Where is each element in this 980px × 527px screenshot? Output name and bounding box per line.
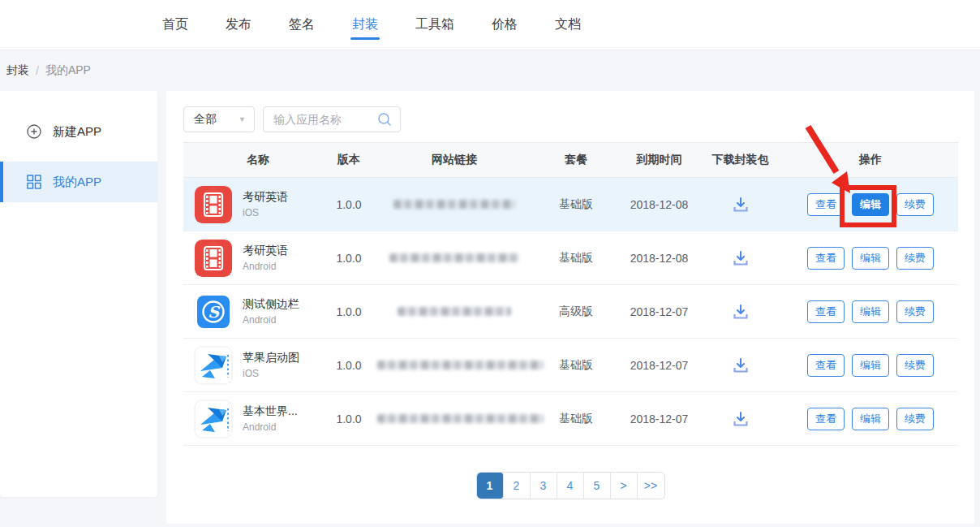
app-expiry: 2018-12-07 [621, 305, 698, 318]
col-header-download: 下载封装包 [698, 153, 783, 167]
pagination: 1 2 3 4 5 > >> [166, 472, 974, 499]
app-name: 考研英语 [243, 190, 288, 205]
download-icon[interactable] [731, 248, 750, 268]
film-icon [195, 186, 232, 223]
sidebar-item-new-app[interactable]: 新建APP [0, 111, 157, 152]
edit-button[interactable]: 编辑 [852, 408, 889, 430]
renew-button[interactable]: 续费 [896, 354, 934, 377]
app-version: 1.0.0 [320, 413, 377, 425]
app-platform: iOS [243, 368, 299, 379]
nav-item-signature[interactable]: 签名 [289, 0, 315, 50]
app-platform: iOS [243, 207, 288, 218]
edit-button[interactable]: 编辑 [852, 354, 889, 377]
page-button-1[interactable]: 1 [477, 473, 504, 499]
svg-text:S: S [208, 302, 221, 320]
page-button-4[interactable]: 4 [557, 473, 584, 499]
chevron-down-icon: ▼ [239, 115, 246, 123]
app-expiry: 2018-12-08 [621, 252, 698, 265]
view-button[interactable]: 查看 [807, 247, 845, 270]
next-page-button[interactable]: > [611, 473, 638, 499]
edit-button-highlighted[interactable]: 编辑 [852, 193, 889, 216]
page-button-2[interactable]: 2 [504, 473, 531, 499]
download-icon[interactable] [731, 302, 750, 322]
grid-icon [27, 175, 41, 189]
app-name: 考研英语 [243, 244, 288, 258]
nav-item-docs[interactable]: 文档 [555, 0, 581, 50]
app-expiry: 2018-12-08 [621, 198, 698, 211]
app-platform: Android [243, 421, 298, 433]
view-button[interactable]: 查看 [807, 193, 845, 216]
app-platform: Android [243, 314, 299, 326]
renew-button[interactable]: 续费 [896, 408, 934, 430]
table-row: 基本世界... Android 1.0.0 基础版 2018-12-07 [183, 392, 958, 446]
download-icon[interactable] [731, 409, 750, 429]
table-row: 考研英语 Android 1.0.0 基础版 2018-12-08 查看 [183, 231, 958, 285]
app-plan: 基础版 [531, 412, 621, 426]
col-header-plan: 套餐 [531, 153, 621, 167]
blurred-url [393, 200, 515, 209]
app-platform: Android [243, 261, 288, 272]
table-row: 考研英语 iOS 1.0.0 基础版 2018-12-08 查看 [183, 178, 958, 231]
app-version: 1.0.0 [320, 305, 377, 318]
page-button-3[interactable]: 3 [531, 473, 557, 499]
renew-button[interactable]: 续费 [896, 300, 934, 323]
col-header-url: 网站链接 [377, 153, 531, 167]
renew-button[interactable]: 续费 [896, 247, 934, 270]
nav-item-toolbox[interactable]: 工具箱 [415, 0, 454, 50]
edit-button[interactable]: 编辑 [852, 300, 889, 323]
view-button[interactable]: 查看 [807, 408, 845, 430]
app-name: 基本世界... [243, 404, 298, 419]
download-icon[interactable] [731, 195, 750, 214]
app-version: 1.0.0 [320, 252, 377, 265]
main-panel: 全部 ▼ 名称 版本 网站链接 套餐 到期时间 下载封装包 操作 [166, 91, 974, 524]
filter-bar: 全部 ▼ [166, 91, 974, 132]
category-dropdown[interactable]: 全部 ▼ [183, 106, 255, 132]
blurred-url [377, 414, 544, 423]
sidebar-item-my-app[interactable]: 我的APP [0, 162, 157, 202]
col-header-version: 版本 [320, 153, 377, 167]
blurred-url [389, 253, 519, 262]
s-logo-icon: S [195, 293, 232, 330]
page-button-5[interactable]: 5 [584, 473, 611, 499]
view-button[interactable]: 查看 [807, 300, 845, 323]
nav-item-package-active[interactable]: 封装 [352, 0, 378, 50]
search-icon[interactable] [377, 112, 392, 127]
app-name: 测试侧边栏 [243, 297, 299, 312]
sidebar: 新建APP 我的APP [0, 91, 157, 497]
app-version: 1.0.0 [320, 359, 377, 372]
last-page-button[interactable]: >> [638, 473, 664, 499]
table-row: S 测试侧边栏 Android 1.0.0 高级版 2018-12-07 [183, 285, 958, 339]
app-plan: 基础版 [531, 197, 621, 212]
renew-button[interactable]: 续费 [896, 193, 934, 216]
table-header: 名称 版本 网站链接 套餐 到期时间 下载封装包 操作 [183, 142, 958, 178]
category-dropdown-value: 全部 [194, 112, 217, 127]
app-plan: 基础版 [531, 251, 621, 266]
breadcrumb-section[interactable]: 封装 [6, 63, 29, 78]
view-button[interactable]: 查看 [807, 354, 845, 377]
blurred-url [398, 307, 511, 316]
sidebar-item-label: 新建APP [53, 124, 101, 140]
col-header-expiry: 到期时间 [621, 153, 698, 167]
nav-item-pricing[interactable]: 价格 [492, 0, 518, 50]
app-plan: 基础版 [531, 358, 621, 373]
breadcrumb-current-page: 我的APP [45, 63, 91, 78]
plus-circle-icon [27, 124, 41, 139]
download-icon[interactable] [731, 356, 750, 375]
search-box [263, 106, 401, 132]
paper-bird-icon [195, 400, 232, 438]
app-plan: 高级版 [531, 305, 621, 319]
blurred-url [377, 361, 544, 369]
col-header-name: 名称 [183, 153, 320, 167]
col-header-actions: 操作 [783, 153, 958, 167]
app-expiry: 2018-12-07 [621, 359, 698, 372]
search-input[interactable] [273, 113, 369, 126]
app-version: 1.0.0 [320, 198, 377, 211]
nav-item-home[interactable]: 首页 [162, 0, 188, 50]
top-navigation: 首页 发布 签名 封装 工具箱 价格 文档 [0, 0, 980, 50]
breadcrumb-separator: / [36, 64, 39, 77]
film-icon [195, 240, 232, 277]
nav-item-publish[interactable]: 发布 [226, 0, 251, 50]
edit-button[interactable]: 编辑 [852, 247, 889, 270]
paper-bird-icon [195, 347, 232, 384]
sidebar-item-label: 我的APP [53, 175, 101, 190]
